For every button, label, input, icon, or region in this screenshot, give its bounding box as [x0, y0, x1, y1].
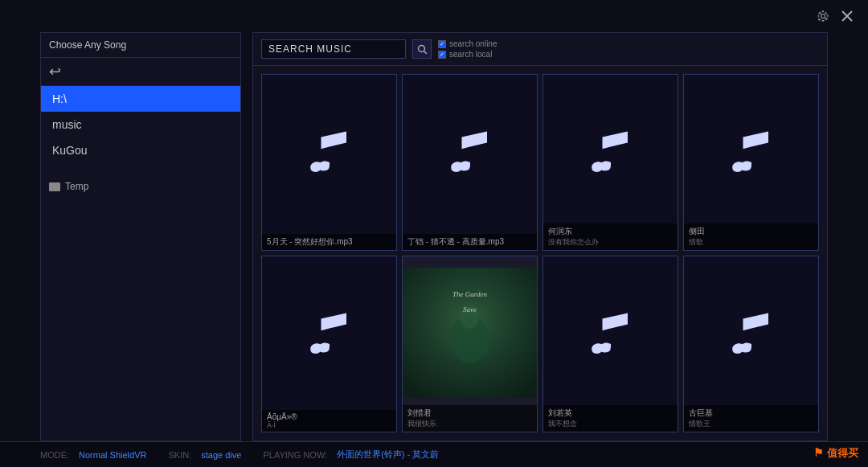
music-card-title-3: 何润东 [548, 226, 673, 237]
close-icon[interactable] [839, 8, 855, 24]
folder-label: Temp [65, 181, 88, 192]
separator-1 [156, 450, 158, 460]
music-card-8[interactable]: 古巨基 情歌王 [683, 256, 819, 432]
music-note-icon-5 [297, 301, 362, 365]
main-content: Choose Any Song ↩ H:\ music KuGou Temp [0, 32, 868, 441]
skin-value: stage dive [201, 450, 241, 460]
app-container: Choose Any Song ↩ H:\ music KuGou Temp [0, 0, 868, 467]
music-card-title-7: 刘若英 [548, 408, 673, 419]
sidebar-title: Choose Any Song [41, 33, 240, 58]
sidebar-item-hx[interactable]: H:\ [41, 86, 240, 112]
music-card-7[interactable]: 刘若英 我不想念 [542, 256, 678, 432]
music-card-info-8: 古巨基 情歌王 [684, 405, 818, 432]
sidebar-back-button[interactable]: ↩ [41, 58, 240, 86]
music-card-1[interactable]: 5月天 - 突然好想你.mp3 [261, 74, 397, 251]
music-note-icon-7 [579, 301, 643, 365]
music-card-info-7: 刘若英 我不想念 [543, 405, 678, 432]
music-card-5[interactable]: ÃõµÃ»® Ã·Ì [261, 256, 397, 432]
music-grid: 5月天 - 突然好想你.mp3 丁铛 - 猜不透 - 高质量.mp3 [253, 66, 827, 440]
music-card-title-5: ÃõµÃ»® [267, 412, 391, 421]
music-note-icon-2 [438, 119, 502, 183]
music-card-4[interactable]: 侧田 情歌 [683, 74, 819, 251]
skin-label: SKIN: [169, 450, 192, 460]
search-local-checkbox[interactable] [438, 51, 446, 59]
search-online-checkbox[interactable] [438, 40, 446, 48]
playing-label: PLAYING NOW: [263, 450, 327, 460]
music-card-2[interactable]: 丁铛 - 猜不透 - 高质量.mp3 [402, 74, 538, 251]
right-panel: search online search local [252, 32, 828, 441]
music-card-info-1: 5月天 - 突然好想你.mp3 [262, 234, 396, 250]
music-card-subtitle-4: 情歌 [689, 237, 813, 248]
watermark-icon: ⚑ [813, 446, 824, 459]
music-card-title-4: 侧田 [689, 226, 813, 237]
search-online-option[interactable]: search online [438, 39, 497, 48]
search-options: search online search local [438, 39, 497, 59]
mode-value: Normal ShieldVR [79, 450, 146, 460]
separator-2 [251, 450, 253, 460]
music-card-subtitle-8: 情歌王 [689, 419, 813, 429]
search-local-option[interactable]: search local [438, 50, 497, 59]
svg-text:The Garden: The Garden [452, 290, 487, 298]
music-note-icon-1 [297, 119, 362, 183]
music-card-6[interactable]: The Garden Save 刘惜君 我很快乐 [402, 256, 538, 432]
playing-value: 外面的世界(铃声) - 莫文蔚 [337, 449, 439, 461]
status-bar: MODE: Normal ShieldVR SKIN: stage dive P… [0, 441, 868, 467]
music-note-icon-3 [579, 119, 643, 183]
search-local-label: search local [449, 50, 492, 59]
album-art-6: The Garden Save [403, 268, 537, 398]
music-card-title-8: 古巨基 [689, 408, 813, 419]
search-online-label: search online [449, 39, 497, 48]
music-card-info-3: 何润东 没有我你怎么办 [543, 223, 678, 250]
sidebar: Choose Any Song ↩ H:\ music KuGou Temp [40, 32, 241, 441]
music-note-icon-4 [719, 119, 784, 183]
music-card-title-6: 刘惜君 [407, 408, 532, 419]
sidebar-item-kugou[interactable]: KuGou [41, 137, 240, 163]
music-card-subtitle-6: 我很快乐 [407, 419, 532, 429]
watermark-text: 值得买 [827, 447, 858, 459]
music-card-subtitle-3: 没有我你怎么办 [548, 237, 673, 248]
music-note-icon-8 [719, 301, 784, 365]
search-input[interactable] [261, 39, 406, 59]
svg-point-2 [418, 45, 424, 51]
top-bar [0, 0, 868, 32]
music-card-subtitle-7: 我不想念 [548, 419, 673, 429]
search-button[interactable] [412, 39, 432, 59]
settings-icon[interactable] [815, 8, 831, 24]
music-card-info-2: 丁铛 - 猜不透 - 高质量.mp3 [403, 234, 537, 250]
svg-text:Save: Save [463, 305, 477, 313]
mode-label: MODE: [40, 450, 69, 460]
music-card-3[interactable]: 何润东 没有我你怎么办 [542, 74, 678, 251]
sidebar-item-music[interactable]: music [41, 112, 240, 137]
music-card-title-1: 5月天 - 突然好想你.mp3 [267, 236, 391, 248]
search-bar: search online search local [253, 33, 827, 66]
music-card-info-6: 刘惜君 我很快乐 [403, 405, 537, 432]
music-card-subtitle-5: Ã·Ì [267, 421, 391, 429]
watermark: ⚑ 值得买 [813, 446, 858, 461]
music-card-info-4: 侧田 情歌 [684, 223, 818, 250]
svg-line-3 [424, 51, 427, 54]
music-card-title-2: 丁铛 - 猜不透 - 高质量.mp3 [407, 236, 532, 248]
music-card-info-5: ÃõµÃ»® Ã·Ì [262, 410, 396, 432]
sidebar-folder-temp[interactable]: Temp [41, 176, 240, 197]
folder-icon [49, 182, 60, 191]
